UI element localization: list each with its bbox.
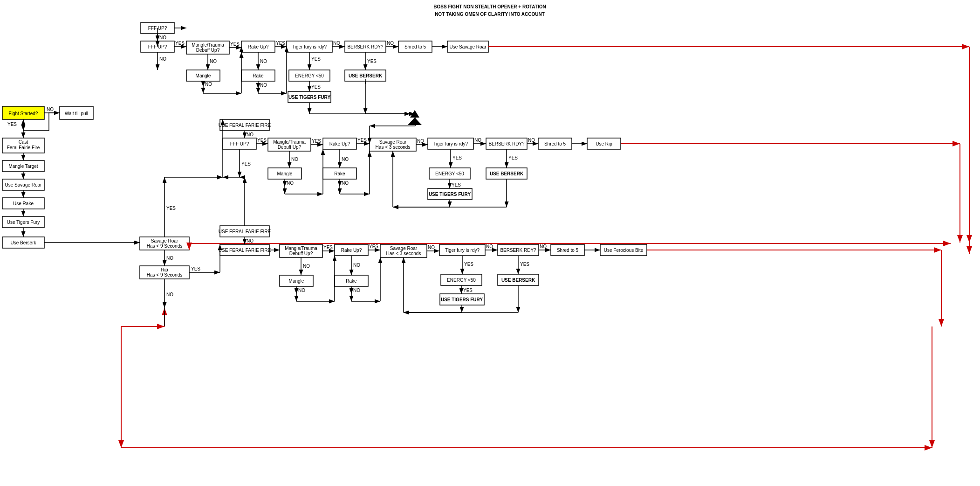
mangle-bot-label: Mangle bbox=[289, 278, 304, 284]
use-berserk-opener-label: Use Berserk bbox=[10, 240, 36, 245]
mt-mid-yes-label: YES bbox=[312, 139, 321, 144]
tiger-mid-yes-label: YES bbox=[452, 155, 462, 160]
feral-fire-bot-no-label: NO bbox=[247, 238, 254, 243]
fight-started-no-label: NO bbox=[47, 107, 54, 112]
mangle-mid-label: Mangle bbox=[277, 171, 293, 176]
tiger-fury-top-label: Tiger fury is rdy? bbox=[292, 44, 327, 49]
fff2-no-label: NO bbox=[159, 56, 166, 62]
sr9-no-label: NO bbox=[166, 256, 173, 261]
rip-9s-line2: Has < 9 Seconds bbox=[147, 272, 182, 278]
sr3-bot-no-label: NO bbox=[428, 245, 435, 250]
rake-top-yes-label: YES bbox=[276, 41, 285, 46]
rip9-yes-label: YES bbox=[191, 266, 200, 271]
use-savage-roar-opener-label: Use Savage Roar bbox=[5, 182, 42, 187]
rake-top-no-label: NO bbox=[260, 59, 267, 64]
mangle-trauma-mid-line1: Mangle/Trauma bbox=[273, 139, 306, 145]
mangle-top-no-label: NO bbox=[205, 82, 212, 87]
rake-mid-no-label: NO bbox=[342, 157, 349, 162]
wait-till-pull-label: Wait till pull bbox=[65, 111, 88, 116]
feral-fire-mid-no-label: NO bbox=[247, 132, 254, 137]
use-feral-farie-fire-mid-label: USE FERAL FARIE FIRE bbox=[219, 123, 271, 128]
mangle-trauma-mid-line2: Debuff Up? bbox=[278, 145, 302, 150]
tiger-mid-no-label: NO bbox=[474, 138, 481, 143]
tiger-top-yes-label: YES bbox=[311, 56, 321, 62]
tiger-top-no-label: NO bbox=[333, 41, 340, 46]
sr9-yes-label: YES bbox=[166, 206, 176, 211]
berserk-rdy-bot-label: BERSERK RDY? bbox=[500, 248, 536, 253]
use-berserk-mid-label: USE BERSERK bbox=[490, 171, 524, 176]
mangle-mid-no-label: NO bbox=[287, 181, 294, 186]
savage-roar-3s-mid-line1: Savage Roar bbox=[379, 139, 407, 145]
mangle-trauma-1-line1: Mangle/Trauma bbox=[192, 42, 224, 48]
rake-bot-no2-label: NO bbox=[353, 288, 360, 293]
shred-bot-label: Shred to 5 bbox=[557, 248, 579, 253]
rake-up-bot-label: Rake Up? bbox=[341, 248, 362, 253]
use-tigers-fury-mid-label: USE TIGERS FURY bbox=[429, 192, 471, 197]
berserk-bot-no-label: NO bbox=[540, 244, 547, 249]
energy-mid-yes-label: YES bbox=[452, 182, 461, 187]
fff-mid-yes-label: YES bbox=[257, 138, 267, 143]
fff2-yes-label: YES bbox=[175, 41, 185, 46]
mt-bot-no-label: NO bbox=[303, 264, 310, 269]
mangle-top-label: Mangle bbox=[196, 73, 211, 78]
shred-mid-label: Shred to 5 bbox=[544, 141, 566, 146]
rake-mid-label: Rake bbox=[334, 171, 345, 176]
energy-top-yes-label: YES bbox=[311, 84, 321, 90]
use-feral-farie-fire-bot2-label: USE FERAL FARIE FIRE bbox=[219, 248, 271, 253]
use-rip-label: Use Rip bbox=[596, 141, 612, 146]
fff-mid-no-label: YES bbox=[241, 161, 251, 167]
tiger-fury-bot-label: Tiger fury is rdy? bbox=[445, 248, 480, 253]
rake-top-no2-label: NO bbox=[260, 83, 267, 88]
savage-roar-9s-line2: Has < 9 Seconds bbox=[147, 243, 182, 249]
use-rake-opener-label: Use Rake bbox=[13, 201, 34, 206]
rake-bot-no-label: NO bbox=[353, 263, 360, 268]
fff-up-mid-label: FFF UP? bbox=[230, 141, 249, 146]
mangle-trauma-bot-line1: Mangle/Trauma bbox=[285, 246, 317, 251]
use-ferocious-bite-label: Use Ferocious Bite bbox=[604, 248, 644, 253]
use-berserk-bot-label: USE BERSERK bbox=[501, 278, 535, 283]
use-tigers-fury-bot-label: USE TIGERS FURY bbox=[441, 297, 483, 302]
savage-roar-3s-bot-line2: Has < 3 seconds bbox=[386, 251, 421, 256]
use-berserk-top-label: USE BERSERK bbox=[349, 73, 383, 78]
rip9-no-label: NO bbox=[166, 292, 173, 297]
rake-mid-yes-label: YES bbox=[357, 138, 367, 143]
berserk-top-no-label: NO bbox=[387, 41, 394, 46]
use-feral-farie-fire-bot-label: USE FERAL FARIE FIRE bbox=[219, 229, 271, 234]
page: BOSS FIGHT NON STEALTH OPENER + ROTATION… bbox=[0, 0, 980, 486]
use-tigers-fury-top-label: USE TIGERS FURY bbox=[288, 95, 331, 100]
mangle-trauma-bot-line2: Debuff Up? bbox=[289, 251, 313, 256]
rake-bot-yes-label: YES bbox=[369, 244, 378, 249]
rake-up-top-label: Rake Up? bbox=[248, 44, 269, 49]
savage-roar-3s-bot-line1: Savage Roar bbox=[390, 246, 418, 251]
flowchart: BOSS FIGHT NON STEALTH OPENER + ROTATION… bbox=[0, 0, 980, 486]
big-triangle bbox=[408, 118, 422, 125]
mt1-no-label: NO bbox=[210, 59, 217, 64]
mt1-yes-label: YES bbox=[230, 42, 240, 47]
sr3-mid-no-label: NO bbox=[417, 139, 424, 144]
mt-mid-no-label: NO bbox=[291, 157, 298, 162]
energy-50-bot-label: ENERGY <50 bbox=[447, 278, 476, 283]
berserk-rdy-top-label: BERSERK RDY? bbox=[347, 44, 384, 49]
tiger-fury-mid-label: Tiger fury is rdy? bbox=[433, 141, 468, 146]
energy-50-mid-label: ENERGY <50 bbox=[435, 171, 464, 176]
savage-roar-3s-mid-line2: Has < 3 seconds bbox=[376, 145, 411, 150]
cast-feral-line1: Cast bbox=[19, 139, 28, 145]
savage-roar-9s-line1: Savage Roar bbox=[151, 238, 178, 243]
cast-feral-line2: Feral Fairie Fire bbox=[7, 145, 40, 150]
tiger-bot-yes-label: YES bbox=[464, 262, 473, 267]
energy-50-top-label: ENERGY <50 bbox=[295, 73, 324, 78]
use-tigers-fury-opener-label: Use Tigers Fury bbox=[7, 220, 40, 225]
rake-mid-no2-label: NO bbox=[342, 181, 349, 186]
rake-up-mid-label: Rake Up? bbox=[329, 141, 350, 146]
berserk-bot-yes-label: YES bbox=[520, 262, 529, 267]
title-line2: NOT TAKING OMEN OF CLARITY INTO ACCOUNT bbox=[435, 12, 545, 17]
fight-started-label: Fight Started? bbox=[9, 111, 38, 116]
berserk-rdy-mid-label: BERSERK RDY? bbox=[488, 141, 525, 146]
use-savage-roar-action-label: Use Savage Roar bbox=[450, 44, 487, 49]
mangle-trauma-1-line2: Debuff Up? bbox=[196, 48, 220, 53]
tiger-bot-no-label: NO bbox=[486, 244, 493, 249]
mt-bot-yes-label: YES bbox=[323, 245, 333, 250]
rake-bot-label: Rake bbox=[346, 278, 357, 284]
rake-top-label: Rake bbox=[253, 73, 264, 78]
berserk-top-yes-label: YES bbox=[367, 59, 377, 64]
